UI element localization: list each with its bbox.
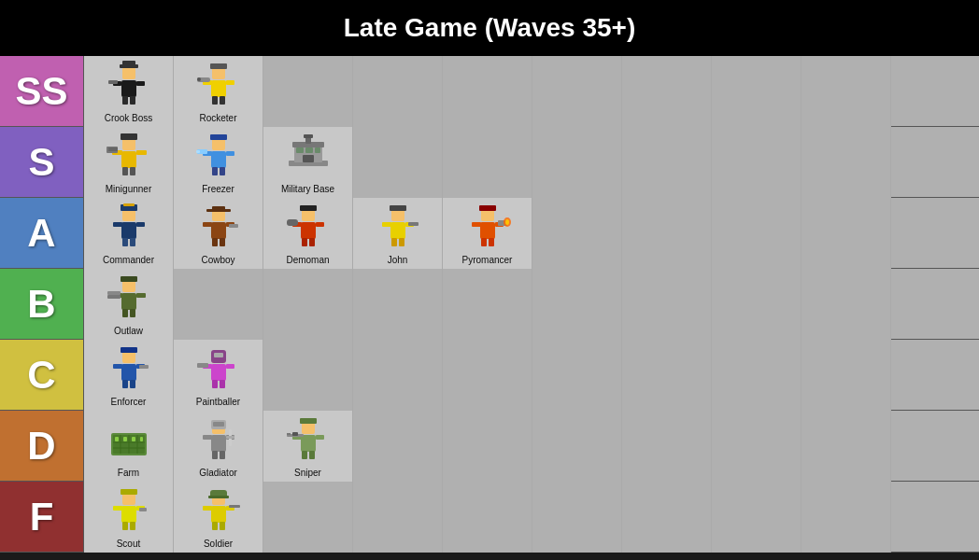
tier-row-d: D Farm Gla — [0, 411, 979, 482]
tier-item-john: John — [353, 198, 443, 269]
farm-icon — [106, 414, 152, 463]
rocketer-icon — [195, 60, 242, 108]
svg-rect-130 — [212, 451, 218, 459]
svg-rect-132 — [203, 435, 212, 440]
tier-item-empty — [622, 127, 712, 198]
tier-item-paintballer: Paintballer — [174, 340, 263, 411]
tier-item-label-military-base: Military Base — [263, 184, 352, 195]
svg-rect-7 — [136, 81, 145, 86]
svg-rect-142 — [316, 435, 324, 440]
svg-rect-101 — [122, 380, 128, 388]
tier-item-label-commander: Commander — [84, 255, 173, 266]
tier-item-empty — [532, 340, 622, 411]
tier-item-empty — [802, 269, 891, 340]
svg-rect-124 — [132, 437, 135, 441]
tier-item-label-enforcer: Enforcer — [84, 397, 173, 408]
crook-boss-icon — [106, 60, 152, 108]
svg-rect-126 — [211, 435, 226, 452]
svg-rect-0 — [121, 80, 136, 97]
tier-item-empty — [532, 198, 622, 269]
tier-item-crook-boss: Crook Boss — [84, 56, 174, 127]
svg-rect-67 — [309, 238, 315, 246]
tier-label-f: F — [0, 482, 84, 552]
tier-item-empty — [532, 127, 622, 198]
tier-item-empty — [443, 482, 532, 553]
pyromancer-icon — [464, 202, 511, 250]
tier-item-empty — [712, 269, 802, 340]
tier-item-empty — [891, 482, 979, 552]
tier-item-demoman: Demoman — [263, 198, 353, 269]
tier-item-label-minigunner: Minigunner — [84, 184, 173, 195]
tier-item-empty — [891, 198, 979, 268]
svg-rect-158 — [212, 522, 218, 530]
svg-rect-114 — [197, 363, 208, 368]
svg-rect-75 — [399, 238, 404, 246]
tier-item-label-john: John — [353, 255, 442, 266]
tier-label-b: B — [0, 269, 84, 339]
tier-item-gladiator: Gladiator — [174, 411, 263, 482]
svg-rect-144 — [287, 433, 291, 435]
tier-item-empty — [622, 269, 712, 340]
svg-rect-58 — [212, 238, 218, 246]
svg-rect-110 — [212, 380, 218, 388]
svg-rect-74 — [391, 238, 397, 246]
svg-rect-18 — [121, 151, 136, 168]
gladiator-icon — [195, 414, 242, 463]
tier-item-empty — [263, 56, 353, 127]
svg-rect-146 — [121, 506, 136, 523]
tier-item-empty — [802, 127, 891, 198]
svg-rect-31 — [212, 167, 218, 175]
svg-rect-32 — [220, 167, 225, 175]
svg-rect-34 — [226, 151, 234, 156]
tier-item-empty — [891, 340, 979, 410]
svg-rect-70 — [287, 219, 298, 226]
tier-item-farm: Farm — [84, 411, 174, 482]
tier-item-empty — [712, 198, 802, 269]
svg-rect-73 — [390, 205, 406, 211]
tier-item-empty — [443, 340, 532, 411]
svg-rect-51 — [130, 238, 135, 246]
svg-rect-50 — [122, 238, 128, 246]
tier-items-s: Minigunner Freezer Milit — [84, 127, 979, 197]
svg-rect-111 — [220, 380, 225, 388]
svg-rect-71 — [390, 222, 405, 239]
svg-rect-79 — [480, 222, 495, 239]
tier-row-a: A Commander Cowboy — [0, 198, 979, 269]
tier-item-label-freezer: Freezer — [174, 184, 262, 195]
tier-item-empty — [353, 269, 443, 340]
tier-item-label-outlaw: Outlaw — [84, 326, 173, 337]
tier-item-label-sniper: Sniper — [263, 468, 352, 479]
svg-rect-140 — [309, 451, 315, 459]
tier-item-rocketer: Rocketer — [174, 56, 263, 127]
tier-item-empty — [622, 411, 712, 482]
svg-rect-106 — [211, 364, 226, 381]
tier-item-pyromancer: Pyromancer — [443, 198, 532, 269]
tier-item-empty — [532, 411, 622, 482]
svg-rect-13 — [220, 96, 225, 105]
svg-rect-97 — [107, 295, 121, 299]
svg-rect-52 — [113, 222, 122, 227]
tier-item-label-farm: Farm — [84, 468, 173, 479]
svg-rect-36 — [196, 150, 200, 153]
svg-rect-113 — [226, 364, 234, 369]
tier-item-empty — [353, 340, 443, 411]
tier-item-empty — [622, 198, 712, 269]
tier-item-soldier: Soldier — [174, 482, 263, 553]
tier-item-commander: Commander — [84, 198, 174, 269]
tier-item-empty — [353, 482, 443, 553]
tier-row-f: F Scout Soldier — [0, 482, 979, 553]
commander-icon — [106, 202, 152, 250]
svg-rect-138 — [300, 418, 317, 424]
svg-rect-159 — [220, 522, 225, 530]
svg-rect-59 — [220, 238, 225, 246]
tier-item-empty — [622, 56, 712, 127]
svg-rect-43 — [303, 155, 314, 162]
tier-item-scout: Scout — [84, 482, 174, 553]
tier-items-c: Enforcer Paintballer — [84, 340, 979, 410]
tier-label-a: A — [0, 198, 84, 268]
tier-items-a: Commander Cowboy Demoman — [84, 198, 979, 268]
svg-rect-3 — [122, 61, 135, 67]
svg-rect-9 — [211, 80, 226, 97]
svg-rect-136 — [301, 435, 316, 452]
tier-item-empty — [263, 269, 353, 340]
